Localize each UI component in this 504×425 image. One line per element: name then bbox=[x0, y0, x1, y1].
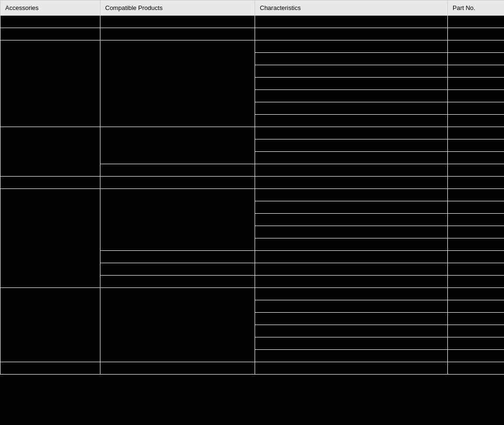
cell-partno bbox=[448, 288, 504, 300]
cell-compatible bbox=[100, 189, 255, 251]
cell-partno bbox=[448, 102, 504, 115]
cell-partno bbox=[448, 313, 504, 325]
cell-chars bbox=[255, 177, 448, 189]
cell-chars bbox=[255, 28, 448, 40]
col-header-accessories: Accessories bbox=[0, 0, 100, 16]
cell-partno bbox=[448, 214, 504, 226]
cell-partno bbox=[448, 115, 504, 127]
cell-chars bbox=[255, 276, 448, 288]
table-row bbox=[0, 177, 504, 189]
cell-chars bbox=[255, 164, 448, 177]
col-header-compatible: Compatible Products bbox=[100, 0, 255, 16]
cell-partno bbox=[448, 152, 504, 164]
table-row bbox=[0, 40, 504, 53]
col-header-characteristics: Characteristics bbox=[255, 0, 448, 16]
cell-chars bbox=[255, 238, 448, 251]
cell-compatible bbox=[100, 288, 255, 362]
cell-chars bbox=[255, 362, 448, 375]
cell-partno bbox=[448, 362, 504, 375]
cell-partno bbox=[448, 300, 504, 313]
cell-chars bbox=[255, 152, 448, 164]
cell-chars bbox=[255, 78, 448, 90]
cell-partno bbox=[448, 78, 504, 90]
cell-accessory bbox=[0, 28, 100, 40]
cell-chars bbox=[255, 102, 448, 115]
cell-accessory bbox=[0, 288, 100, 362]
cell-partno bbox=[448, 350, 504, 362]
col-header-partno: Part No. bbox=[448, 0, 504, 16]
cell-accessory bbox=[0, 127, 100, 177]
cell-compatible bbox=[100, 251, 255, 263]
cell-partno bbox=[448, 164, 504, 177]
table-row bbox=[0, 127, 504, 139]
table-row bbox=[0, 189, 504, 201]
cell-accessory bbox=[0, 362, 100, 375]
cell-partno bbox=[448, 201, 504, 214]
cell-compatible bbox=[100, 28, 255, 40]
cell-compatible bbox=[100, 127, 255, 164]
cell-compatible bbox=[100, 263, 255, 276]
cell-partno bbox=[448, 337, 504, 350]
cell-partno bbox=[448, 40, 504, 53]
cell-compatible bbox=[100, 16, 255, 28]
cell-partno bbox=[448, 251, 504, 263]
cell-chars bbox=[255, 53, 448, 65]
cell-compatible bbox=[100, 276, 255, 288]
cell-chars bbox=[255, 90, 448, 102]
cell-partno bbox=[448, 189, 504, 201]
table-row bbox=[0, 16, 504, 28]
cell-accessory bbox=[0, 16, 100, 28]
cell-partno bbox=[448, 238, 504, 251]
table-row bbox=[0, 288, 504, 300]
cell-chars bbox=[255, 40, 448, 53]
cell-partno bbox=[448, 90, 504, 102]
cell-compatible bbox=[100, 40, 255, 127]
cell-partno bbox=[448, 226, 504, 238]
table-row bbox=[0, 362, 504, 375]
cell-chars bbox=[255, 16, 448, 28]
cell-partno bbox=[448, 325, 504, 337]
cell-partno bbox=[448, 276, 504, 288]
table-row bbox=[0, 28, 504, 40]
cell-chars bbox=[255, 226, 448, 238]
cell-partno bbox=[448, 53, 504, 65]
cell-chars bbox=[255, 65, 448, 78]
cell-compatible bbox=[100, 177, 255, 189]
cell-partno bbox=[448, 28, 504, 40]
cell-chars bbox=[255, 300, 448, 313]
cell-partno bbox=[448, 65, 504, 78]
accessories-table: Accessories Compatible Products Characte… bbox=[0, 0, 504, 375]
cell-chars bbox=[255, 251, 448, 263]
cell-chars bbox=[255, 350, 448, 362]
cell-partno bbox=[448, 177, 504, 189]
cell-chars bbox=[255, 189, 448, 201]
cell-chars bbox=[255, 115, 448, 127]
cell-partno bbox=[448, 139, 504, 152]
cell-partno bbox=[448, 127, 504, 139]
cell-chars bbox=[255, 214, 448, 226]
cell-accessory bbox=[0, 189, 100, 288]
cell-partno bbox=[448, 263, 504, 276]
cell-compatible bbox=[100, 164, 255, 177]
cell-chars bbox=[255, 201, 448, 214]
cell-accessory bbox=[0, 40, 100, 127]
cell-chars bbox=[255, 313, 448, 325]
cell-chars bbox=[255, 325, 448, 337]
cell-chars bbox=[255, 139, 448, 152]
cell-chars bbox=[255, 127, 448, 139]
cell-compatible bbox=[100, 362, 255, 375]
cell-chars bbox=[255, 288, 448, 300]
cell-accessory bbox=[0, 177, 100, 189]
cell-chars bbox=[255, 263, 448, 276]
cell-partno bbox=[448, 16, 504, 28]
cell-chars bbox=[255, 337, 448, 350]
